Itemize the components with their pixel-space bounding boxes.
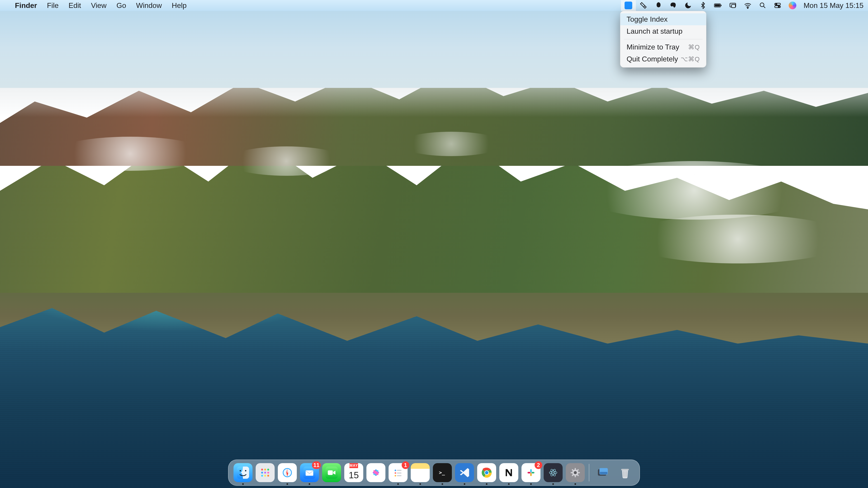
- svg-point-20: [267, 472, 269, 474]
- menu-item-shortcut: ⌘Q: [688, 43, 700, 51]
- menubar: Finder File Edit View Go Window Help: [0, 0, 868, 11]
- svg-rect-58: [530, 469, 532, 473]
- desktop-wallpaper: [0, 0, 868, 488]
- dock-app-reminders[interactable]: 1: [389, 463, 408, 482]
- dock-running-indicator: [420, 483, 421, 485]
- menu-view[interactable]: View: [86, 1, 112, 10]
- menu-file[interactable]: File: [42, 1, 64, 10]
- svg-rect-81: [621, 469, 629, 470]
- battery-icon[interactable]: [710, 0, 725, 11]
- svg-point-16: [264, 468, 266, 470]
- menu-item-label: Quit Completely: [627, 55, 678, 63]
- svg-point-5: [747, 7, 748, 8]
- svg-point-69: [574, 471, 577, 474]
- menu-item-toggle-index[interactable]: Toggle Index: [620, 13, 706, 25]
- svg-point-17: [267, 468, 269, 470]
- menu-item-quit-completely[interactable]: Quit Completely ⌥⌘Q: [620, 53, 706, 65]
- svg-rect-30: [306, 470, 313, 476]
- svg-point-43: [395, 470, 396, 471]
- svg-point-45: [395, 472, 396, 474]
- svg-rect-61: [528, 472, 531, 474]
- hammerspoon-icon[interactable]: [636, 0, 651, 11]
- screen-mirroring-icon[interactable]: [725, 0, 740, 11]
- dock-app-chrome[interactable]: [477, 463, 496, 482]
- dock-app-slack[interactable]: 2: [522, 463, 540, 482]
- dock-calendar-day: 15: [349, 468, 359, 482]
- menu-go[interactable]: Go: [112, 1, 131, 10]
- svg-point-19: [264, 472, 266, 474]
- svg-point-22: [264, 475, 266, 477]
- dock-running-indicator: [530, 483, 532, 485]
- svg-point-23: [267, 475, 269, 477]
- app-menu-icon[interactable]: [621, 0, 636, 11]
- svg-point-47: [395, 475, 396, 477]
- svg-rect-71: [575, 475, 576, 477]
- svg-point-66: [553, 472, 554, 473]
- dock-running-indicator: [397, 483, 399, 485]
- dock-app-finder[interactable]: [234, 463, 252, 482]
- dock-running-indicator: [553, 483, 554, 485]
- menu-edit[interactable]: Edit: [64, 1, 86, 10]
- dock-running-indicator: [575, 483, 576, 485]
- dock-badge: 11: [312, 461, 321, 469]
- menu-item-minimize-to-tray[interactable]: Minimize to Tray ⌘Q: [620, 41, 706, 53]
- menu-item-label: Toggle Index: [627, 15, 668, 24]
- svg-point-15: [261, 468, 263, 470]
- menubar-clock[interactable]: Mon 15 May 15:15: [800, 0, 864, 11]
- dock-app-calendar[interactable]: MAY15: [344, 463, 363, 482]
- svg-rect-1: [715, 4, 720, 7]
- dock-calendar-month: MAY: [349, 463, 358, 468]
- bartender-icon[interactable]: [651, 0, 666, 11]
- svg-rect-70: [575, 468, 576, 470]
- svg-rect-2: [721, 5, 721, 6]
- menu-item-launch-at-startup[interactable]: Launch at startup: [620, 25, 706, 37]
- svg-rect-4: [732, 4, 735, 8]
- dock-badge: 2: [535, 461, 542, 469]
- svg-point-6: [760, 3, 764, 7]
- svg-rect-46: [397, 473, 401, 474]
- dock-running-indicator: [309, 483, 310, 485]
- dock-app-notes[interactable]: [411, 463, 430, 482]
- app-name-menu[interactable]: Finder: [10, 1, 42, 10]
- wifi-icon[interactable]: [740, 0, 755, 11]
- dock-running-indicator: [486, 483, 488, 485]
- siri-icon[interactable]: [785, 0, 800, 11]
- dock-desktop-stack[interactable]: [593, 463, 612, 482]
- dock-running-indicator: [508, 483, 510, 485]
- dock-app-electron[interactable]: [544, 463, 563, 482]
- menu-help[interactable]: Help: [167, 1, 192, 10]
- status-item-menu: Toggle Index Launch at startup Minimize …: [620, 11, 706, 68]
- dock-app-notion[interactable]: [499, 463, 518, 482]
- evernote-icon[interactable]: [666, 0, 681, 11]
- bluetooth-icon[interactable]: [695, 0, 710, 11]
- dock-app-settings[interactable]: [566, 463, 585, 482]
- menu-separator: [624, 39, 703, 39]
- svg-rect-72: [571, 472, 572, 473]
- dock-app-safari[interactable]: [278, 463, 297, 482]
- spotlight-icon[interactable]: [755, 0, 770, 11]
- svg-rect-73: [578, 472, 580, 473]
- dock-app-photos[interactable]: [366, 463, 385, 482]
- menu-item-label: Launch at startup: [627, 27, 682, 35]
- menu-item-label: Minimize to Tray: [627, 43, 679, 51]
- do-not-disturb-icon[interactable]: [681, 0, 695, 11]
- dock-app-vscode[interactable]: [455, 463, 474, 482]
- dock-divider: [589, 464, 589, 482]
- menu-window[interactable]: Window: [131, 1, 167, 10]
- svg-point-10: [778, 6, 780, 7]
- dock-app-facetime[interactable]: [322, 463, 341, 482]
- svg-point-55: [485, 471, 488, 474]
- dock-badge: 1: [402, 461, 409, 469]
- dock-running-indicator: [242, 483, 244, 485]
- dock-app-launchpad[interactable]: [256, 463, 275, 482]
- svg-point-21: [261, 475, 263, 477]
- dock-app-mail[interactable]: 11: [300, 463, 319, 482]
- dock-trash[interactable]: [616, 463, 634, 482]
- dock-running-indicator: [464, 483, 465, 485]
- menubar-left: Finder File Edit View Go Window Help: [4, 1, 192, 10]
- svg-point-12: [240, 470, 241, 471]
- dock: 11MAY151>_2: [228, 459, 640, 486]
- control-center-icon[interactable]: [770, 0, 785, 11]
- svg-rect-60: [530, 473, 532, 476]
- dock-app-terminal[interactable]: >_: [433, 463, 452, 482]
